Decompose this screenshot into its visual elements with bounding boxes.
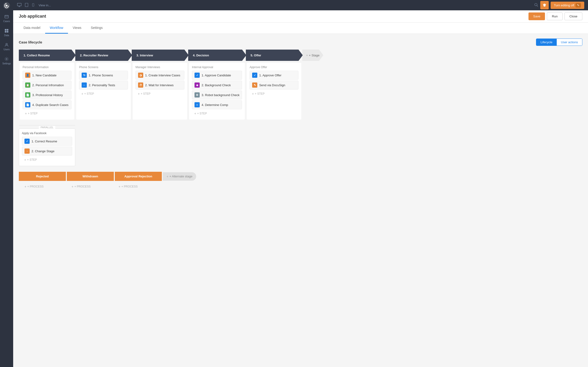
mobile-icon[interactable] (32, 3, 35, 8)
step-icon-approve-candidate: ✓ (195, 73, 200, 78)
stage-header-collect-resume[interactable]: 1. Collect Resume (19, 50, 76, 61)
process-btn-withdrawn[interactable]: + + PROCESS (66, 183, 113, 190)
process-btn-approval-rejection[interactable]: + + PROCESS (113, 183, 160, 190)
process-btn-rejected[interactable]: + + PROCESS (19, 183, 66, 190)
stage-body-recruiter-review: Phone Screens ↻ 1. Phone Screens ↔ 2. Pe… (76, 63, 131, 120)
parallel-section-title: Apply via Facebook (22, 132, 72, 135)
add-step-recruiter-review[interactable]: + + STEP (79, 91, 128, 97)
step-correct-resume[interactable]: ✓ 1. Correct Resume (22, 137, 72, 146)
add-step-collect-resume[interactable]: + + STEP (23, 110, 71, 117)
stage-collect-resume: 1. Collect Resume Personal Information 👤… (19, 50, 75, 121)
tab-data-model[interactable]: Data model (19, 23, 45, 33)
stage-header-decision[interactable]: 4. Decision (188, 50, 246, 61)
stage-header-recruiter-review[interactable]: 2. Recruiter Review (75, 50, 132, 61)
section-title-internal-approval: Internal Approval (192, 66, 242, 69)
step-determine-comp[interactable]: ≡ 4. Determine Comp (192, 100, 242, 109)
step-icon-personality-tests: ↔ (82, 83, 87, 88)
step-icon-phone-screens: ↻ (82, 73, 87, 78)
stage-body-decision: Internal Approval ✓ 1. Approve Candidate… (189, 63, 245, 120)
tablet-icon[interactable] (25, 3, 29, 8)
parallel-wrapper: PARALLEL Apply via Facebook ✓ 1. Correct… (19, 125, 75, 166)
view-toggle: Lifecycle User actions (536, 39, 582, 46)
alt-stage-rejected[interactable]: Rejected (19, 172, 66, 181)
view-in-link[interactable]: View in... (39, 4, 51, 7)
step-create-interview[interactable]: ◑ 1. Create Interview Cases (136, 71, 184, 80)
stage-header-interview[interactable]: 3. Interview (132, 50, 189, 61)
alt-stage-withdrawn[interactable]: Withdrawn (67, 172, 114, 181)
sidebar-item-settings[interactable]: Settings (0, 54, 13, 68)
stage-body-interview: Manager Interviews ◑ 1. Create Interview… (133, 63, 187, 120)
add-step-parallel[interactable]: + + STEP (22, 157, 72, 163)
stages-row: 1. Collect Resume Personal Information 👤… (19, 50, 582, 121)
svg-point-17 (535, 3, 537, 6)
svg-rect-6 (5, 31, 7, 33)
content-header: Job applicant Save Run Close (13, 10, 588, 23)
add-step-decision[interactable]: + + STEP (192, 110, 242, 117)
process-row: + + PROCESS + + PROCESS + + PROCESS (19, 183, 582, 190)
section-title-personal-info: Personal Information (23, 66, 71, 69)
step-new-candidate[interactable]: 👤 1. New Candidate (23, 71, 71, 80)
help-icon[interactable] (540, 1, 549, 9)
edit-pencil-icon: ✎ (576, 3, 581, 8)
svg-point-1 (6, 5, 8, 7)
svg-rect-4 (5, 29, 7, 31)
step-icon-create-interview: ◑ (138, 73, 143, 78)
step-approve-candidate[interactable]: ✓ 1. Approve Candidate (192, 71, 242, 80)
step-approve-offer[interactable]: ✓ 1. Approve Offer (250, 71, 298, 80)
device-icons (17, 3, 35, 8)
step-professional-history[interactable]: 📄 3. Professional History (23, 91, 71, 99)
add-step-interview[interactable]: + + STEP (136, 91, 184, 97)
step-send-docusign[interactable]: ✎ Send via DocuSign (250, 81, 298, 90)
add-stage-button[interactable]: + + Stage (302, 50, 323, 61)
close-button[interactable]: Close (564, 12, 582, 20)
step-personality-tests[interactable]: ↔ 2. Personality Tests (79, 81, 128, 90)
lifecycle-toggle-btn[interactable]: Lifecycle (536, 39, 557, 46)
stage-header-offer[interactable]: 5. Offer (246, 50, 303, 61)
svg-rect-15 (33, 4, 34, 6)
step-icon-new-candidate: 👤 (25, 73, 30, 78)
search-icon[interactable] (534, 3, 538, 8)
step-icon-wait-interviews: ⏱ (138, 83, 143, 88)
step-robot-background[interactable]: ⚙ 3. Robot background Check (192, 91, 242, 99)
stage-recruiter-review: 2. Recruiter Review Phone Screens ↻ 1. P… (75, 50, 132, 121)
alt-stage-approval-rejection[interactable]: Approval Rejection (115, 172, 162, 181)
app-logo[interactable] (0, 0, 13, 11)
desktop-icon[interactable] (17, 3, 22, 8)
step-icon-send-docusign: ✎ (252, 83, 257, 88)
step-icon-background-check: ◆ (195, 83, 200, 88)
step-icon-personal-info: 📋 (25, 83, 30, 88)
step-icon-duplicate-search: 📄 (25, 102, 30, 107)
svg-rect-10 (17, 3, 21, 6)
run-button[interactable]: Run (547, 12, 562, 20)
stage-interview: 3. Interview Manager Interviews ◑ 1. Cre… (132, 50, 188, 121)
tab-views[interactable]: Views (68, 23, 86, 33)
step-icon-change-stage: → (25, 149, 30, 154)
svg-rect-2 (5, 15, 9, 18)
svg-line-18 (537, 5, 538, 7)
user-actions-toggle-btn[interactable]: User actions (557, 39, 582, 46)
step-personal-info[interactable]: 📋 2. Personal Infromation (23, 81, 71, 90)
topbar-right: Turn editing off ✎ (534, 1, 584, 9)
step-background-check[interactable]: ◆ 2. Background Check (192, 81, 242, 90)
add-alternate-stage-button[interactable]: + + Alternate stage (163, 172, 196, 181)
step-duplicate-search[interactable]: 📄 4. Duplicate Search Cases (23, 100, 71, 109)
parallel-label: PARALLEL (39, 126, 55, 129)
tab-workflow[interactable]: Workflow (45, 23, 68, 33)
sidebar-item-data[interactable]: Data (0, 25, 13, 40)
turn-editing-off-button[interactable]: Turn editing off ✎ (551, 2, 584, 9)
svg-rect-7 (7, 31, 9, 33)
svg-rect-13 (25, 3, 28, 7)
tab-settings[interactable]: Settings (86, 23, 107, 33)
step-icon-robot-background: ⚙ (195, 92, 200, 98)
stage-body-collect-resume: Personal Information 👤 1. New Candidate … (20, 63, 74, 120)
save-button[interactable]: Save (528, 12, 545, 20)
sidebar-item-users[interactable]: Users (0, 40, 13, 54)
step-change-stage[interactable]: → 2. Change Stage (22, 147, 72, 156)
step-icon-professional-history: 📄 (25, 92, 30, 98)
sidebar-item-cases[interactable]: Cases (0, 11, 13, 25)
section-title-manager-interviews: Manager Interviews (136, 66, 184, 69)
step-phone-screens[interactable]: ↻ 1. Phone Screens (79, 71, 128, 80)
parallel-row: PARALLEL Apply via Facebook ✓ 1. Correct… (19, 121, 582, 166)
add-step-offer[interactable]: + + STEP (250, 91, 298, 97)
step-wait-interviews[interactable]: ⏱ 2. Wait for Interviews (136, 81, 184, 90)
